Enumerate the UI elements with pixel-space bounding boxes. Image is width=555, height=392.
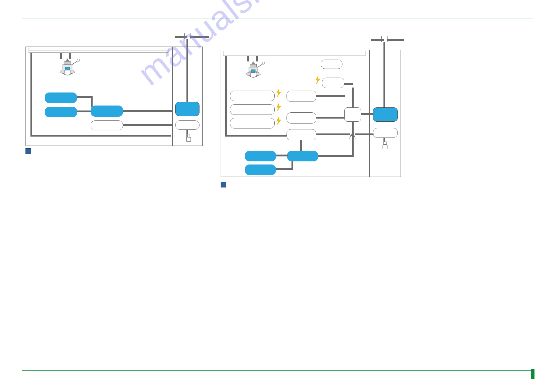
lightning-icon-3 bbox=[276, 117, 282, 125]
rule-top bbox=[22, 19, 533, 19]
conn-b-r bbox=[276, 168, 293, 170]
diagram-left bbox=[25, 34, 203, 146]
legend-marker-right bbox=[221, 182, 226, 187]
room-divider bbox=[172, 47, 173, 146]
conn-av bbox=[91, 96, 93, 107]
ext-down-r bbox=[383, 37, 385, 111]
left-bus-v bbox=[30, 53, 32, 137]
conn-c2-r bbox=[316, 117, 345, 119]
node-server-r bbox=[373, 107, 398, 122]
node-wireless-rx bbox=[322, 78, 344, 88]
conn-junc-down2 bbox=[352, 138, 354, 157]
node-usb-r bbox=[373, 128, 398, 138]
node-top-small bbox=[321, 60, 342, 69]
conn-rx-side bbox=[344, 83, 353, 85]
dental-chair-icon bbox=[53, 56, 81, 82]
svg-line-3 bbox=[72, 61, 78, 65]
node-c2 bbox=[287, 112, 316, 124]
node-b-r bbox=[245, 164, 276, 175]
node-b bbox=[45, 107, 77, 117]
ceiling-rail-r2 bbox=[223, 54, 365, 56]
left-bus-v-r bbox=[225, 56, 227, 137]
svg-rect-9 bbox=[251, 70, 255, 73]
conn-c3-usb-b bbox=[355, 133, 374, 135]
svg-point-11 bbox=[262, 62, 265, 65]
wireless-3 bbox=[230, 118, 275, 128]
svg-rect-0 bbox=[64, 61, 71, 65]
conn-b-r-v bbox=[291, 161, 293, 169]
svg-rect-5 bbox=[187, 134, 190, 137]
left-bus-h bbox=[30, 135, 171, 137]
conn-rx-down bbox=[352, 88, 354, 108]
svg-rect-2 bbox=[65, 67, 70, 70]
svg-point-4 bbox=[77, 59, 80, 61]
node-white-left bbox=[91, 120, 123, 130]
node-junction bbox=[344, 107, 361, 122]
ceiling-rail-r bbox=[223, 51, 365, 54]
node-server bbox=[175, 102, 200, 116]
legend-marker-left bbox=[25, 148, 31, 154]
lightning-icon-2 bbox=[276, 103, 282, 111]
conn-white-right bbox=[123, 124, 173, 126]
usb-plug-icon-r bbox=[382, 142, 388, 151]
usb-plug-icon bbox=[186, 134, 191, 144]
ext-left bbox=[175, 36, 187, 38]
wireless-2 bbox=[230, 104, 275, 115]
dental-chair-icon-r bbox=[240, 60, 267, 84]
svg-rect-7 bbox=[250, 64, 257, 67]
conn-c3-usb-a bbox=[316, 133, 350, 135]
svg-rect-6 bbox=[186, 137, 191, 142]
lightning-icon-1 bbox=[276, 89, 282, 97]
conn-b bbox=[77, 110, 92, 112]
wireless-1 bbox=[230, 91, 275, 101]
page-tab-marker bbox=[531, 369, 534, 379]
svg-line-10 bbox=[258, 64, 263, 67]
ext-right bbox=[190, 36, 209, 38]
ceiling-rail bbox=[29, 48, 168, 51]
node-c3 bbox=[287, 129, 316, 140]
conn-hub-right bbox=[123, 110, 173, 112]
conn-a-r bbox=[276, 155, 288, 156]
node-a bbox=[45, 92, 77, 103]
conn-c1-r bbox=[316, 95, 345, 97]
ext-right-r bbox=[388, 39, 404, 41]
diagram-right bbox=[221, 43, 401, 178]
svg-rect-12 bbox=[384, 142, 386, 145]
svg-rect-13 bbox=[383, 145, 387, 149]
ext-left-r bbox=[371, 39, 384, 41]
node-usb bbox=[175, 120, 200, 130]
lightning-icon-rx bbox=[315, 76, 321, 84]
node-a-r bbox=[245, 151, 276, 161]
conn-junc-server bbox=[361, 113, 374, 115]
rule-bottom bbox=[22, 370, 533, 371]
conn-a bbox=[77, 96, 93, 98]
conn-bottom-h bbox=[318, 155, 354, 157]
node-hub-r bbox=[287, 151, 318, 161]
node-c1 bbox=[287, 91, 316, 102]
ext-down bbox=[186, 34, 188, 106]
left-bus-h-r bbox=[225, 135, 291, 137]
node-hub bbox=[91, 106, 123, 117]
ceiling-rail-2 bbox=[29, 51, 168, 53]
